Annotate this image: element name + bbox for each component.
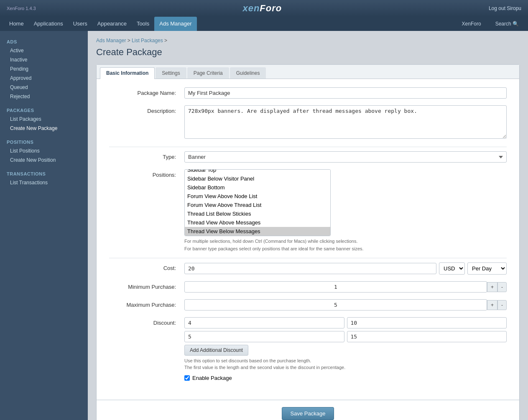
cost-input[interactable] (184, 263, 436, 274)
logo-part2: Foro (260, 3, 282, 13)
tab-guidelines[interactable]: Guidelines (230, 67, 266, 79)
max-purchase-increment[interactable]: + (487, 300, 497, 310)
sidebar-item-pending[interactable]: Pending (0, 64, 88, 74)
sidebar-section-packages: Packages (0, 104, 88, 115)
tab-settings[interactable]: Settings (156, 67, 186, 79)
positions-row: Positions: Sidebar Top Sidebar Below Vis… (109, 169, 507, 251)
sidebar-item-create-position[interactable]: Create New Position (0, 155, 88, 165)
sidebar-item-list-packages[interactable]: List Packages (0, 115, 88, 124)
main-panel: Basic Information Settings Page Criteria… (96, 64, 520, 420)
sidebar: Ads Active Inactive Pending Approved Que… (0, 31, 88, 420)
package-name-label: Package Name: (109, 87, 184, 96)
nav-applications[interactable]: Applications (29, 17, 68, 31)
min-purchase-input[interactable] (184, 281, 487, 293)
divider-1 (109, 147, 507, 147)
nav-home[interactable]: Home (4, 17, 29, 31)
sidebar-item-approved[interactable]: Approved (0, 74, 88, 83)
discount-hint-2: The first value is the length and the se… (184, 365, 393, 370)
breadcrumb-ads-manager[interactable]: Ads Manager (96, 38, 126, 43)
positions-hint-2: For banner type packages select only pos… (184, 246, 393, 251)
sidebar-item-list-transactions[interactable]: List Transactions (0, 178, 88, 187)
tab-page-criteria[interactable]: Page Criteria (187, 67, 229, 79)
max-purchase-control: + - (184, 299, 507, 311)
save-area: Save Package (97, 400, 519, 420)
enable-package-checkbox[interactable] (184, 375, 190, 381)
main-content: Ads Manager > List Packages > Create Pac… (88, 31, 528, 420)
min-purchase-increment[interactable]: + (487, 282, 497, 292)
cost-row: Cost: USD EUR GBP Per Day Per Week (109, 262, 507, 275)
description-row: Description: 728x90px banners. Are displ… (109, 105, 507, 140)
type-select[interactable]: Banner Text HTML (184, 151, 507, 163)
nav-bar: Home Applications Users Appearance Tools… (0, 17, 528, 31)
cost-control: USD EUR GBP Per Day Per Week Per Month (184, 262, 507, 275)
enable-package-label[interactable]: Enable Package (192, 375, 232, 381)
cost-label: Cost: (109, 262, 184, 271)
page-title: Create Package (96, 47, 520, 58)
max-purchase-row: Maximum Purchase: + - (109, 299, 507, 311)
discount-length-2[interactable] (184, 331, 344, 342)
max-purchase-label: Maximum Purchase: (109, 299, 184, 308)
discount-row-1 (184, 317, 507, 328)
type-row: Type: Banner Text HTML (109, 151, 507, 163)
description-input[interactable]: 728x90px banners. Are displayed after th… (184, 105, 507, 139)
sidebar-item-rejected[interactable]: Rejected (0, 92, 88, 101)
sidebar-item-active[interactable]: Active (0, 46, 88, 55)
positions-control: Sidebar Top Sidebar Below Visitor Panel … (184, 169, 507, 251)
tabs-bar: Basic Information Settings Page Criteria… (97, 65, 519, 79)
save-button[interactable]: Save Package (282, 407, 334, 420)
currency-select[interactable]: USD EUR GBP (439, 262, 465, 275)
layout: Ads Active Inactive Pending Approved Que… (0, 31, 528, 420)
breadcrumb: Ads Manager > List Packages > (96, 38, 520, 43)
discount-hint-1: Use this option to set discounts based o… (184, 358, 393, 363)
description-control: 728x90px banners. Are displayed after th… (184, 105, 507, 140)
form-area: Package Name: Description: 728x90px bann… (97, 79, 519, 400)
max-purchase-input[interactable] (184, 299, 487, 311)
package-name-row: Package Name: (109, 87, 507, 99)
discount-percent-1[interactable] (347, 317, 507, 328)
package-name-input[interactable] (184, 87, 507, 99)
nav-users[interactable]: Users (68, 17, 92, 31)
logout-button[interactable]: Log out Siropu (489, 5, 521, 11)
nav-ads-manager[interactable]: Ads Manager (154, 17, 196, 31)
type-control: Banner Text HTML (184, 151, 507, 163)
nav-search[interactable]: Search 🔍 (490, 17, 524, 31)
sidebar-section-transactions: Transactions (0, 168, 88, 178)
nav-tools[interactable]: Tools (132, 17, 154, 31)
sidebar-section-positions: Positions (0, 136, 88, 146)
type-label: Type: (109, 151, 184, 160)
app-logo: xenForo (242, 3, 282, 14)
package-name-control (184, 87, 507, 99)
sidebar-section-ads: Ads (0, 36, 88, 46)
sidebar-item-inactive[interactable]: Inactive (0, 55, 88, 64)
sidebar-item-create-package[interactable]: Create New Package (0, 124, 88, 133)
period-select[interactable]: Per Day Per Week Per Month (467, 262, 507, 275)
max-purchase-decrement[interactable]: - (497, 300, 507, 310)
positions-label: Positions: (109, 169, 184, 178)
tab-basic-information[interactable]: Basic Information (100, 67, 155, 79)
logo-part1: xen (242, 3, 260, 13)
discount-percent-2[interactable] (347, 331, 507, 342)
discount-control: Add Additional Discount Use this option … (184, 317, 507, 384)
min-purchase-row: Minimum Purchase: + - (109, 281, 507, 293)
positions-listbox[interactable]: Sidebar Top Sidebar Below Visitor Panel … (184, 169, 331, 236)
top-header: XenForo 1.4.3 xenForo Log out Siropu (0, 0, 528, 17)
add-discount-button[interactable]: Add Additional Discount (184, 345, 248, 356)
description-label: Description: (109, 105, 184, 114)
sidebar-item-queued[interactable]: Queued (0, 83, 88, 92)
nav-appearance[interactable]: Appearance (92, 17, 132, 31)
discount-row-container: Discount: A (109, 317, 507, 384)
min-purchase-decrement[interactable]: - (497, 282, 507, 292)
discount-label: Discount: (109, 317, 184, 326)
nav-xenforo[interactable]: XenForo (457, 17, 486, 31)
discount-length-1[interactable] (184, 317, 344, 328)
min-purchase-label: Minimum Purchase: (109, 281, 184, 290)
discount-row-2 (184, 331, 507, 342)
positions-hint-1: For multiple selections, hold down Ctrl … (184, 239, 393, 244)
breadcrumb-list-packages[interactable]: List Packages (132, 38, 163, 43)
app-version: XenForo 1.4.3 (7, 6, 36, 11)
divider-2 (109, 258, 507, 258)
sidebar-item-list-positions[interactable]: List Positions (0, 146, 88, 155)
min-purchase-control: + - (184, 281, 507, 293)
